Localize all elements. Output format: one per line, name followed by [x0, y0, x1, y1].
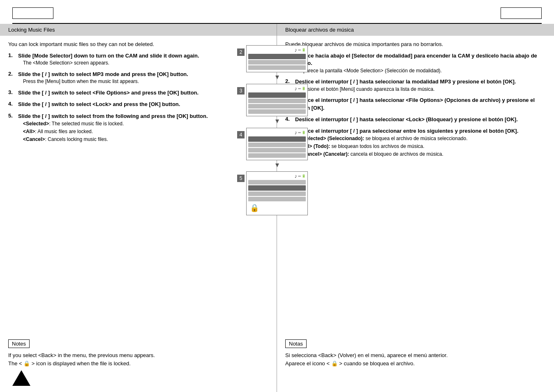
left-steps-list: 1. Slide [Mode Selector] down to turn on…	[0, 52, 277, 143]
rstep-4-content: Deslice el interruptor [ / ] hasta selec…	[295, 116, 546, 123]
device-icon-bar-3: ▪▪ 🔋	[298, 87, 306, 90]
step-1-sub: The <Mode Selection> screen appears.	[18, 60, 268, 67]
notes-text-right: Si selecciona <Back> (Volver) en el menú…	[285, 351, 546, 367]
step-num-5: 5.	[8, 113, 18, 119]
opt-selected-label: <Selected>	[23, 121, 49, 127]
notes-label-right: Notas	[289, 341, 303, 347]
step-1-content: Slide [Mode Selector] down to turn on th…	[18, 52, 268, 67]
device-step-num-4: 4	[237, 131, 245, 138]
device-icon-bar-2: ▪▪ 🔋	[298, 48, 306, 52]
step-5-main: Slide the [ / ] switch to select from th…	[18, 113, 268, 120]
device-arrow-3: ▾	[246, 117, 308, 125]
rstep-1-content: Deslice hacia abajo el [Selector de moda…	[295, 52, 546, 74]
step-4-main: Slide the [ / ] switch to select <Lock> …	[18, 101, 268, 108]
right-steps-list: 1. Deslice hacia abajo el [Selector de m…	[277, 52, 554, 158]
device-bar-n3-4	[248, 153, 306, 158]
right-intro-text: Puede bloquear archivos de música import…	[277, 41, 554, 52]
rstep-4-main: Deslice el interruptor [ / ] hasta selec…	[295, 116, 546, 123]
rstep-1-sub: Aparece la pantalla <Mode Selection> (Se…	[295, 67, 546, 74]
device-bar-h-3	[248, 92, 306, 98]
bottom-arrow	[12, 370, 30, 386]
device-inner-3: ♪ ▪▪ 🔋	[246, 84, 308, 116]
note-2-left: The < 🔒 > icon is displayed when the fil…	[8, 360, 268, 368]
device-inner-5: ♪ ▪▪ 🔋 🔒	[246, 171, 308, 215]
step-num-4: 4.	[8, 101, 18, 107]
notes-box-right: Notas	[285, 339, 307, 348]
opt-all-text: : All music files are locked.	[35, 129, 93, 134]
devices-container: 2 ♪ ▪▪ 🔋 ▾ 3 ♪ ▪▪ 🔋	[242, 45, 312, 217]
rstep-5-options: <Selected> (Seleccionado): se bloquea el…	[295, 135, 546, 159]
device-note-icon-3: ♪	[295, 85, 298, 92]
main-content: Locking Music Files You can lock importa…	[0, 24, 554, 392]
header-box-right	[501, 7, 542, 19]
device-inner-2: ♪ ▪▪ 🔋	[246, 45, 308, 72]
device-bar-n0-5	[248, 180, 306, 184]
rstep-5-content: Deslice el interruptor [ / ] para selecc…	[295, 127, 546, 159]
opt-all-label: <All>	[23, 129, 35, 134]
step-5-content: Slide the [ / ] switch to select from th…	[18, 113, 268, 144]
device-note-icon-4: ♪	[295, 129, 298, 136]
step-3-content: Slide the [ / ] switch to select <File O…	[18, 89, 268, 97]
step-num-3: 3.	[8, 89, 18, 95]
right-section-title: Bloquear archivos de música	[285, 27, 354, 33]
right-step-3: 3. Deslice el interruptor [ / ] hasta se…	[285, 97, 546, 111]
left-intro: You can lock important music files so th…	[8, 41, 154, 47]
device-top-row-3: ♪ ▪▪ 🔋	[248, 85, 306, 92]
device-bar-n1-3	[248, 99, 306, 103]
device-step-num-2: 2	[237, 48, 245, 56]
note-1-right: Si selecciona <Back> (Volver) en el menú…	[285, 351, 546, 360]
device-bar-h-4	[248, 136, 306, 142]
right-step-5: 5. Deslice el interruptor [ / ] para sel…	[285, 127, 546, 159]
left-step-5: 5. Slide the [ / ] switch to select from…	[8, 113, 268, 144]
device-bar-h-5	[248, 185, 306, 191]
device-icon-bar-4: ▪▪ 🔋	[298, 131, 306, 134]
header-box-left	[12, 7, 53, 19]
left-notes-section: Notes If you select <Back> in the menu, …	[8, 339, 268, 367]
opt-selected-text: : The selected music file is locked.	[49, 121, 124, 127]
right-step-4: 4. Deslice el interruptor [ / ] hasta se…	[285, 116, 546, 123]
notes-box-left: Notes	[8, 339, 30, 348]
left-column: Locking Music Files You can lock importa…	[0, 24, 277, 392]
device-bar-n2-5	[248, 197, 306, 201]
device-bar-n2-3	[248, 104, 306, 108]
device-icon-bar-5: ▪▪ 🔋	[298, 174, 306, 178]
right-notes-section: Notas Si selecciona <Back> (Volver) en e…	[285, 339, 546, 367]
notes-text-left: If you select <Back> in the menu, the pr…	[8, 351, 268, 367]
device-arrow-4: ▾	[246, 161, 308, 169]
step-2-content: Slide the [ / ] switch to select MP3 mod…	[18, 71, 268, 85]
step-num-2: 2.	[8, 71, 18, 77]
device-block-2: 2 ♪ ▪▪ 🔋 ▾	[246, 45, 308, 82]
step-2-sub: Press the [Menu] button when the music l…	[18, 78, 268, 85]
device-bar-n1-5	[248, 191, 306, 196]
device-block-3: 3 ♪ ▪▪ 🔋 ▾	[246, 84, 308, 126]
page-container: Locking Music Files You can lock importa…	[0, 0, 554, 392]
device-bar-n2-4	[248, 148, 306, 152]
rstep-2-main: Deslice el interruptor [ / ] hasta selec…	[295, 78, 546, 85]
device-note-icon-2: ♪	[295, 47, 298, 53]
right-column: Bloquear archivos de música Puede bloque…	[277, 24, 554, 392]
step-3-main: Slide the [ / ] switch to select <File O…	[18, 89, 268, 97]
rstep-5-main: Deslice el interruptor [ / ] para selecc…	[295, 127, 546, 135]
device-top-row-5: ♪ ▪▪ 🔋	[248, 173, 306, 179]
ropt-all-text: se bloquean todos los archivos de música…	[330, 143, 424, 149]
right-section-header: Bloquear archivos de música	[277, 24, 554, 36]
ropt-cancel-text: cancela el bloqueo de archivos de música…	[349, 151, 443, 157]
left-step-3: 3. Slide the [ / ] switch to select <Fil…	[8, 89, 268, 97]
triangle-icon	[12, 370, 30, 386]
note-2-right: Aparece el icono < 🔒 > cuando se bloquea…	[285, 360, 546, 368]
step-2-main: Slide the [ / ] switch to select MP3 mod…	[18, 71, 268, 78]
right-step-1: 1. Deslice hacia abajo el [Selector de m…	[285, 52, 546, 74]
ropt-selected-text: se bloquea el archivo de música seleccio…	[364, 136, 467, 141]
rstep-3-content: Deslice el interruptor [ / ] hasta selec…	[295, 97, 546, 111]
left-intro-text: You can lock important music files so th…	[0, 41, 277, 52]
left-step-1: 1. Slide [Mode Selector] down to turn on…	[8, 52, 268, 67]
rstep-2-content: Deslice el interruptor [ / ] hasta selec…	[295, 78, 546, 92]
device-inner-4: ♪ ▪▪ 🔋	[246, 128, 308, 160]
device-top-row-2: ♪ ▪▪ 🔋	[248, 47, 306, 53]
step-5-options: <Selected>: The selected music file is l…	[18, 120, 268, 144]
device-bar-n1-4	[248, 143, 306, 147]
step-1-main: Slide [Mode Selector] down to turn on th…	[18, 52, 268, 60]
top-header	[0, 0, 554, 23]
device-block-4: 4 ♪ ▪▪ 🔋 ▾	[246, 128, 308, 170]
opt-cancel-text: : Cancels locking music files.	[45, 136, 108, 142]
